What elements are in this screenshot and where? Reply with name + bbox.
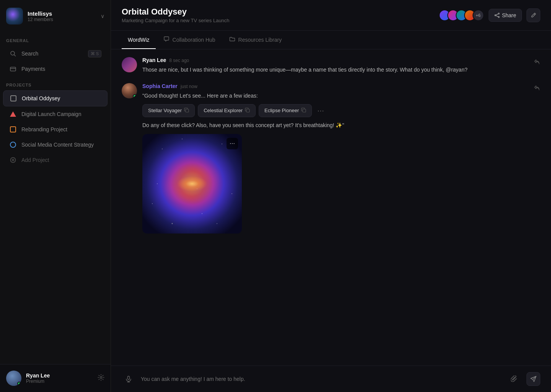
svg-rect-16 [303,109,306,112]
paperclip-icon [511,376,518,382]
copy-icon-stellar[interactable] [184,108,189,114]
input-area [111,366,551,392]
chips-more-icon[interactable]: ⋯ [315,105,326,116]
svg-rect-14 [186,109,189,112]
message-outro-2: Do any of these click? Also, have you se… [142,121,529,129]
header-title-block: Orbital Oddysey Marketing Campaign for a… [122,7,230,23]
project-icon-orbital [10,95,17,102]
general-section-label: GENERAL [0,32,111,46]
send-icon [530,376,537,382]
share-icon [494,13,500,18]
add-project-icon [9,156,17,164]
message-body-1: Ryan Lee 8 sec ago Those are nice, but I… [142,57,529,74]
tab-wordwiz[interactable]: WordWiz [122,31,156,49]
workspace-header[interactable]: Intellisys 12 members ∨ [0,0,111,32]
svg-rect-17 [128,376,130,380]
message-meta-2: Sophia Carter just now [142,83,529,89]
attach-button[interactable] [507,372,521,386]
sophia-online-dot [133,94,137,98]
chip-stellar-label: Stellar Voyager [148,108,182,113]
project-label-social: Social Media Content Strategy [21,142,94,148]
payments-icon [9,65,17,73]
workspace-name: Intellisys [28,10,96,17]
project-item-digital[interactable]: Digital Launch Campaign [3,106,108,122]
member-count-badge[interactable]: +6 [473,10,484,21]
project-icon-digital [9,110,17,118]
galaxy-glow [177,176,207,191]
project-icon-social [9,141,17,149]
microphone-button[interactable] [122,372,135,386]
page-title: Orbital Oddysey [122,7,230,17]
online-status-dot [17,382,21,385]
project-label-digital: Digital Launch Campaign [21,111,81,117]
folder-icon [229,36,235,43]
user-name: Ryan Lee [26,372,93,379]
svg-point-9 [498,13,499,14]
project-item-rebranding[interactable]: Rebranding Project [3,122,108,137]
tab-resources-library-label: Resources Library [238,37,282,43]
share-label: Share [502,12,516,18]
workspace-info: Intellisys 12 members [28,10,96,22]
tabs-bar: WordWiz Collaboration Hub Resources Libr… [111,31,551,49]
galaxy-visual [142,134,242,234]
sidebar-item-search[interactable]: Search ⌘ S [3,46,108,61]
avatar [6,371,21,386]
project-label-rebranding: Rebranding Project [21,126,67,132]
svg-point-8 [495,15,496,16]
sidebar-item-payments[interactable]: Payments [3,61,108,77]
edit-button[interactable] [527,8,540,22]
message-time-1: 8 sec ago [169,58,189,63]
chat-area: Ryan Lee 8 sec ago Those are nice, but I… [111,49,551,366]
copy-icon-celestial[interactable] [245,108,250,114]
svg-rect-2 [10,67,16,71]
chip-celestial-label: Celestial Explorer [204,108,243,113]
share-button[interactable]: Share [489,9,522,22]
svg-point-10 [498,16,499,18]
project-item-social[interactable]: Social Media Content Strategy [3,137,108,152]
ryan-lee-avatar [122,57,137,72]
header-subtitle: Marketing Campaign for a new TV series L… [122,18,230,23]
name-chips: Stellar Voyager Celestial Explorer [142,104,529,117]
svg-point-7 [100,377,102,379]
message-intro-2: "Good thought! Let's see... Here are a f… [142,91,529,100]
chip-stellar-voyager[interactable]: Stellar Voyager [142,104,195,117]
projects-section-label: PROJECTS [0,77,111,90]
message-body-2: Sophia Carter just now "Good thought! Le… [142,83,529,234]
chip-celestial-explorer[interactable]: Celestial Explorer [198,104,256,117]
message-meta-1: Ryan Lee 8 sec ago [142,57,529,63]
concept-art-image[interactable]: ⋯ [142,134,242,234]
image-more-button[interactable]: ⋯ [227,138,238,149]
workspace-members: 12 members [28,17,96,22]
edit-icon [531,12,536,18]
svg-rect-15 [246,109,249,112]
member-avatars[interactable]: +6 [439,10,484,21]
reply-icon-1[interactable] [534,59,540,66]
message-row-1: Ryan Lee 8 sec ago Those are nice, but I… [122,57,540,74]
payments-label: Payments [21,66,45,72]
main-panel: Orbital Oddysey Marketing Campaign for a… [111,0,551,392]
main-header: Orbital Oddysey Marketing Campaign for a… [111,0,551,31]
send-button[interactable] [527,372,540,386]
settings-icon[interactable] [98,374,104,382]
user-tier: Premium [26,379,93,384]
microphone-icon [125,376,132,382]
workspace-avatar [6,8,23,24]
project-item-orbital[interactable]: Orbital Oddysey [3,90,108,106]
chat-input[interactable] [141,376,502,382]
tab-resources-library[interactable]: Resources Library [223,31,288,49]
add-project-label: Add Project [21,157,49,163]
message-author-2: Sophia Carter [142,83,178,89]
search-label: Search [21,51,38,57]
copy-icon-eclipse[interactable] [301,108,306,114]
reply-icon-2[interactable] [534,85,540,92]
sidebar-footer: Ryan Lee Premium [0,364,111,392]
chip-eclipse-pioneer[interactable]: Eclipse Pioneer [259,104,312,117]
sidebar: Intellisys 12 members ∨ GENERAL Search ⌘… [0,0,111,392]
message-time-2: just now [181,84,197,89]
search-icon [9,50,17,57]
add-project-item[interactable]: Add Project [3,152,108,168]
tab-collaboration-hub[interactable]: Collaboration Hub [157,31,222,49]
chip-eclipse-label: Eclipse Pioneer [264,108,299,113]
project-icon-rebranding [9,126,17,133]
tab-collaboration-hub-label: Collaboration Hub [173,37,215,43]
